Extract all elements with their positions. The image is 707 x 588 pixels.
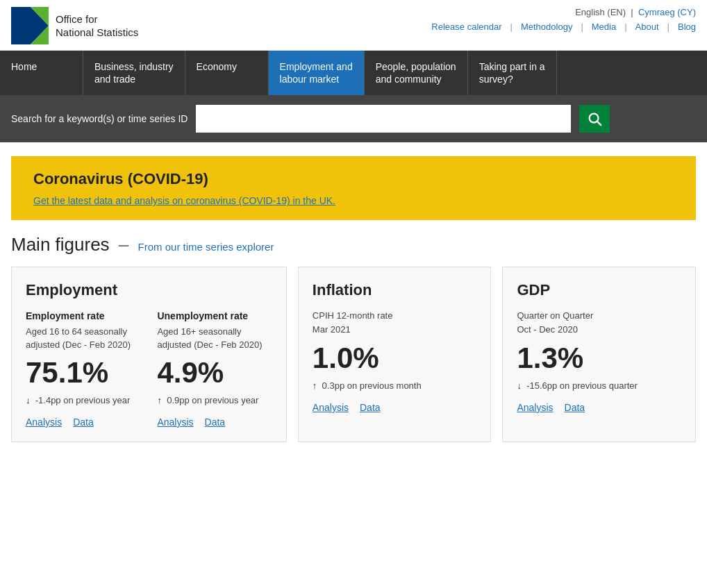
svg-line-5: [598, 122, 601, 126]
inflation-analysis-link[interactable]: Analysis: [313, 402, 349, 413]
employment-rate-data-link[interactable]: Data: [73, 417, 94, 428]
unemployment-rate-label: Unemployment rate: [157, 310, 272, 321]
unemployment-rate-links: Analysis Data: [157, 417, 272, 428]
unemployment-rate-arrow: ↑: [157, 395, 162, 405]
top-nav-about[interactable]: About: [635, 22, 659, 32]
gdp-card-title: GDP: [517, 281, 681, 299]
employment-card: Employment Employment rate Aged 16 to 64…: [11, 267, 287, 442]
search-label: Search for a keyword(s) or time series I…: [11, 113, 188, 124]
nav-people[interactable]: People, populationand community: [365, 51, 468, 95]
ons-logo-icon: [11, 7, 49, 44]
top-nav-media[interactable]: Media: [592, 22, 616, 32]
employment-rate-value: 75.1%: [26, 358, 140, 387]
search-input[interactable]: [196, 105, 571, 133]
employment-rate-section: Employment rate Aged 16 to 64 seasonally…: [26, 310, 140, 428]
employment-rate-links: Analysis Data: [26, 417, 140, 428]
nav-home[interactable]: Home: [0, 51, 83, 95]
gdp-change: ↓ -15.6pp on previous quarter: [517, 380, 681, 392]
main-figures-heading: Main figures – From our time series expl…: [11, 234, 696, 255]
unemployment-rate-section: Unemployment rate Aged 16+ seasonally ad…: [157, 310, 272, 428]
top-nav: Release calendar | Methodology | Media |…: [431, 22, 696, 32]
employment-card-title: Employment: [26, 281, 272, 299]
employment-rate-analysis-link[interactable]: Analysis: [26, 417, 62, 428]
unemployment-rate-analysis-link[interactable]: Analysis: [157, 417, 193, 428]
site-header: Office for National Statistics English (…: [0, 0, 707, 51]
search-button[interactable]: [579, 105, 610, 133]
nav-business[interactable]: Business, industryand trade: [83, 51, 185, 95]
gdp-arrow: ↓: [517, 380, 522, 391]
search-bar: Search for a keyword(s) or time series I…: [0, 95, 707, 142]
employment-rate-desc: Aged 16 to 64 seasonally adjusted (Dec -…: [26, 326, 140, 351]
unemployment-rate-change: ↑ 0.9pp on previous year: [157, 394, 272, 407]
search-icon: [587, 111, 602, 126]
gdp-period: Oct - Dec 2020: [517, 324, 681, 336]
gdp-quarter-label: Quarter on Quarter: [517, 310, 681, 321]
header-right: English (EN) | Cymraeg (CY) Release cale…: [431, 7, 696, 32]
logo-area: Office for National Statistics: [11, 7, 138, 44]
inflation-links: Analysis Data: [313, 402, 477, 413]
gdp-value: 1.3%: [517, 344, 681, 373]
unemployment-rate-data-link[interactable]: Data: [205, 417, 226, 428]
employment-inner-row: Employment rate Aged 16 to 64 seasonally…: [26, 310, 272, 428]
language-bar: English (EN) | Cymraeg (CY): [431, 7, 696, 17]
cards-row: Employment Employment rate Aged 16 to 64…: [11, 267, 696, 442]
lang-english: English (EN): [575, 7, 626, 17]
inflation-card-title: Inflation: [313, 281, 477, 299]
time-series-explorer-link[interactable]: From our time series explorer: [138, 241, 274, 253]
gdp-analysis-link[interactable]: Analysis: [517, 402, 553, 413]
unemployment-rate-value: 4.9%: [157, 358, 272, 387]
top-nav-blog[interactable]: Blog: [678, 22, 696, 32]
covid-title: Coronavirus (COVID-19): [33, 170, 679, 188]
inflation-card: Inflation CPIH 12-month rate Mar 2021 1.…: [298, 267, 492, 442]
top-nav-methodology[interactable]: Methodology: [521, 22, 572, 32]
unemployment-rate-desc: Aged 16+ seasonally adjusted (Dec - Feb …: [157, 326, 272, 351]
nav-employment[interactable]: Employment andlabour market: [269, 51, 365, 95]
inflation-value: 1.0%: [313, 344, 477, 373]
covid-link[interactable]: Get the latest data and analysis on coro…: [33, 195, 335, 206]
nav-survey[interactable]: Taking part in asurvey?: [468, 51, 557, 95]
inflation-arrow: ↑: [313, 380, 317, 391]
main-navigation: Home Business, industryand trade Economy…: [0, 51, 707, 95]
logo-text: Office for National Statistics: [56, 12, 138, 40]
gdp-data-link[interactable]: Data: [565, 402, 585, 413]
nav-economy[interactable]: Economy: [185, 51, 269, 95]
lang-welsh-link[interactable]: Cymraeg (CY): [638, 7, 696, 17]
inflation-change: ↑ 0.3pp on previous month: [313, 380, 477, 392]
gdp-links: Analysis Data: [517, 402, 681, 413]
covid-banner: Coronavirus (COVID-19) Get the latest da…: [11, 156, 696, 220]
inflation-period: Mar 2021: [313, 324, 477, 336]
main-content: Coronavirus (COVID-19) Get the latest da…: [0, 156, 707, 442]
inflation-cpih-label: CPIH 12-month rate: [313, 310, 477, 321]
gdp-card: GDP Quarter on Quarter Oct - Dec 2020 1.…: [502, 267, 696, 442]
employment-rate-arrow: ↓: [26, 395, 31, 405]
top-nav-release-calendar[interactable]: Release calendar: [431, 22, 501, 32]
inflation-data-link[interactable]: Data: [360, 402, 381, 413]
employment-rate-change: ↓ -1.4pp on previous year: [26, 394, 140, 407]
employment-rate-label: Employment rate: [26, 310, 140, 321]
